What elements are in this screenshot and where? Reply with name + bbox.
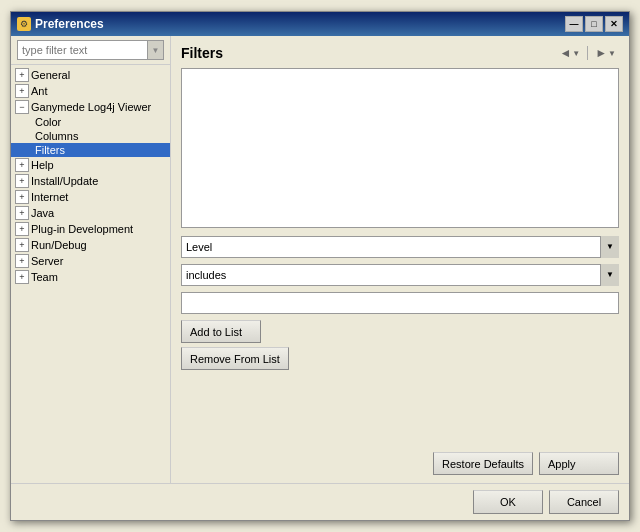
expand-icon-help: + bbox=[15, 158, 29, 172]
restore-defaults-button[interactable]: Restore Defaults bbox=[433, 452, 533, 475]
forward-arrow-icon: ► bbox=[595, 46, 607, 60]
panel-title: Filters bbox=[181, 45, 223, 61]
sidebar-label-help: Help bbox=[31, 159, 54, 171]
expand-icon-internet: + bbox=[15, 190, 29, 204]
window-title: Preferences bbox=[35, 17, 104, 31]
sidebar-label-general: General bbox=[31, 69, 70, 81]
filters-list-box[interactable] bbox=[181, 68, 619, 228]
sidebar-label-install: Install/Update bbox=[31, 175, 98, 187]
filter-text-input[interactable] bbox=[22, 44, 143, 56]
preferences-window: ⚙ Preferences — □ ✕ ▼ + General bbox=[10, 11, 630, 521]
expand-icon-install: + bbox=[15, 174, 29, 188]
sidebar: ▼ + General + Ant − Ganymede Log4j Viewe… bbox=[11, 36, 171, 483]
filter-value-input[interactable] bbox=[181, 292, 619, 314]
title-buttons: — □ ✕ bbox=[565, 16, 623, 32]
sidebar-label-ganymede: Ganymede Log4j Viewer bbox=[31, 101, 151, 113]
apply-row: Restore Defaults Apply bbox=[181, 452, 619, 475]
sidebar-label-color: Color bbox=[31, 116, 61, 128]
expand-icon-server: + bbox=[15, 254, 29, 268]
expand-icon-general: + bbox=[15, 68, 29, 82]
expand-icon-ant: + bbox=[15, 84, 29, 98]
level-dropdown[interactable]: Level Logger Message Thread bbox=[181, 236, 619, 258]
window-icon: ⚙ bbox=[17, 17, 31, 31]
sidebar-item-team[interactable]: + Team bbox=[11, 269, 170, 285]
expand-icon-team: + bbox=[15, 270, 29, 284]
filter-input-wrap: ▼ bbox=[11, 36, 170, 65]
sidebar-item-ganymede[interactable]: − Ganymede Log4j Viewer bbox=[11, 99, 170, 115]
sidebar-label-ant: Ant bbox=[31, 85, 48, 97]
expand-icon-ganymede: − bbox=[15, 100, 29, 114]
title-bar-left: ⚙ Preferences bbox=[17, 17, 104, 31]
filter-input-container: ▼ bbox=[17, 40, 164, 60]
sidebar-item-install[interactable]: + Install/Update bbox=[11, 173, 170, 189]
sidebar-item-java[interactable]: + Java bbox=[11, 205, 170, 221]
sidebar-item-ant[interactable]: + Ant bbox=[11, 83, 170, 99]
back-arrow-icon: ◄ bbox=[559, 46, 571, 60]
title-bar: ⚙ Preferences — □ ✕ bbox=[11, 12, 629, 36]
forward-button[interactable]: ► ▼ bbox=[592, 44, 619, 62]
main-panel: Filters ◄ ▼ ► ▼ Level bbox=[171, 36, 629, 483]
sidebar-label-columns: Columns bbox=[31, 130, 78, 142]
includes-dropdown[interactable]: includes excludes starts with ends with … bbox=[181, 264, 619, 286]
sidebar-item-internet[interactable]: + Internet bbox=[11, 189, 170, 205]
sidebar-label-filters: Filters bbox=[31, 144, 65, 156]
sidebar-item-filters[interactable]: Filters bbox=[11, 143, 170, 157]
expand-icon-plugin: + bbox=[15, 222, 29, 236]
includes-dropdown-wrap: includes excludes starts with ends with … bbox=[181, 264, 619, 286]
bottom-bar: OK Cancel bbox=[11, 483, 629, 520]
sidebar-item-general[interactable]: + General bbox=[11, 67, 170, 83]
maximize-button[interactable]: □ bbox=[585, 16, 603, 32]
minimize-button[interactable]: — bbox=[565, 16, 583, 32]
sidebar-item-plugin[interactable]: + Plug-in Development bbox=[11, 221, 170, 237]
sidebar-label-java: Java bbox=[31, 207, 54, 219]
nav-separator bbox=[587, 46, 588, 60]
action-buttons: Add to List Remove From List bbox=[181, 320, 619, 370]
remove-from-list-button[interactable]: Remove From List bbox=[181, 347, 289, 370]
nav-buttons: ◄ ▼ ► ▼ bbox=[556, 44, 619, 62]
sidebar-item-columns[interactable]: Columns bbox=[11, 129, 170, 143]
back-button[interactable]: ◄ ▼ bbox=[556, 44, 583, 62]
forward-dropdown-icon: ▼ bbox=[608, 49, 616, 58]
sidebar-item-rundebug[interactable]: + Run/Debug bbox=[11, 237, 170, 253]
ok-button[interactable]: OK bbox=[473, 490, 543, 514]
sidebar-label-plugin: Plug-in Development bbox=[31, 223, 133, 235]
filter-dropdown-arrow[interactable]: ▼ bbox=[147, 41, 163, 59]
apply-button[interactable]: Apply bbox=[539, 452, 619, 475]
sidebar-label-rundebug: Run/Debug bbox=[31, 239, 87, 251]
expand-icon-rundebug: + bbox=[15, 238, 29, 252]
back-dropdown-icon: ▼ bbox=[572, 49, 580, 58]
sidebar-label-internet: Internet bbox=[31, 191, 68, 203]
panel-header: Filters ◄ ▼ ► ▼ bbox=[181, 44, 619, 62]
level-dropdown-wrap: Level Logger Message Thread bbox=[181, 236, 619, 258]
expand-icon-java: + bbox=[15, 206, 29, 220]
sidebar-label-team: Team bbox=[31, 271, 58, 283]
cancel-button[interactable]: Cancel bbox=[549, 490, 619, 514]
sidebar-item-help[interactable]: + Help bbox=[11, 157, 170, 173]
close-button[interactable]: ✕ bbox=[605, 16, 623, 32]
add-to-list-button[interactable]: Add to List bbox=[181, 320, 261, 343]
content-area: ▼ + General + Ant − Ganymede Log4j Viewe… bbox=[11, 36, 629, 483]
sidebar-item-color[interactable]: Color bbox=[11, 115, 170, 129]
sidebar-item-server[interactable]: + Server bbox=[11, 253, 170, 269]
tree: + General + Ant − Ganymede Log4j Viewer … bbox=[11, 65, 170, 483]
sidebar-label-server: Server bbox=[31, 255, 63, 267]
